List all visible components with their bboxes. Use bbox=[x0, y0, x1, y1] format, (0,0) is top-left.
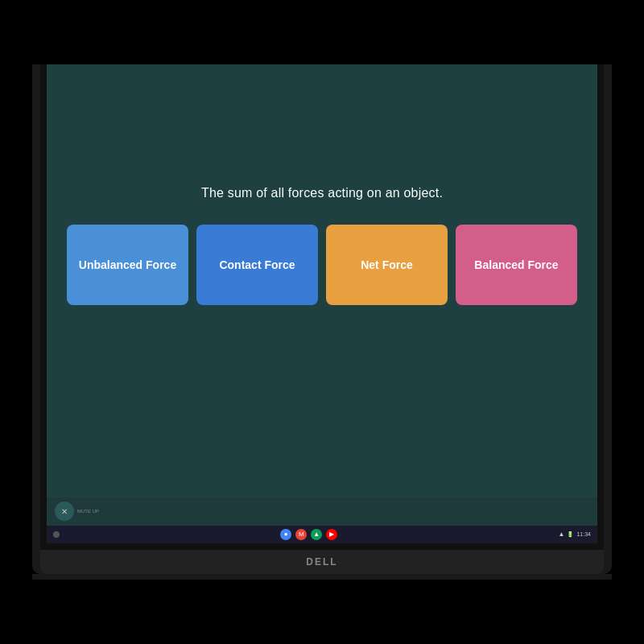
answer-label-contact: Contact Force bbox=[219, 258, 295, 271]
answer-label-net: Net Force bbox=[361, 258, 413, 271]
system-time: 11:34 bbox=[576, 531, 591, 537]
taskbar-icons: ● M ▲ ▶ bbox=[280, 529, 337, 540]
taskbar-right: ▲ 🔋 11:34 bbox=[559, 530, 591, 538]
answer-grid: Unbalanced Force Contact Force Net Force… bbox=[63, 225, 581, 305]
screen: ◀ ▶ ↻ quiziz.com/join/game/U2FsdGVkX19f7… bbox=[47, 0, 597, 543]
mute-button[interactable]: ✕ bbox=[55, 502, 74, 521]
battery-icon: 🔋 bbox=[567, 531, 574, 538]
youtube-icon[interactable]: ▶ bbox=[326, 529, 337, 540]
question-text: The sum of all forces acting on an objec… bbox=[201, 186, 443, 200]
mute-label: MUTE UP bbox=[77, 509, 99, 514]
answer-card-contact[interactable]: Contact Force bbox=[196, 225, 318, 305]
answer-label-unbalanced: Unbalanced Force bbox=[79, 258, 176, 271]
answer-label-balanced: Balanced Force bbox=[474, 258, 558, 271]
wifi-icon: ▲ bbox=[559, 530, 565, 538]
answer-card-unbalanced[interactable]: Unbalanced Force bbox=[67, 225, 188, 305]
taskbar: ● M ▲ ▶ ▲ 🔋 11:34 bbox=[47, 526, 597, 543]
gmail-icon[interactable]: M bbox=[295, 529, 307, 540]
taskbar-dot bbox=[53, 531, 60, 538]
dell-logo: DELL bbox=[306, 556, 337, 568]
answer-card-balanced[interactable]: Balanced Force bbox=[456, 225, 577, 305]
drive-icon[interactable]: ▲ bbox=[311, 529, 322, 540]
laptop-outer: ◀ ▶ ↻ quiziz.com/join/game/U2FsdGVkX19f7… bbox=[32, 0, 612, 574]
laptop-container: ◀ ▶ ↻ quiziz.com/join/game/U2FsdGVkX19f7… bbox=[32, 0, 612, 644]
laptop-base: DELL bbox=[40, 550, 604, 574]
chrome-icon[interactable]: ● bbox=[280, 529, 291, 540]
answer-card-net[interactable]: Net Force bbox=[326, 225, 448, 305]
quiz-content: The sum of all forces acting on an objec… bbox=[47, 0, 597, 497]
quiz-bottom-bar: ✕ MUTE UP bbox=[47, 497, 597, 526]
screen-bezel: ◀ ▶ ↻ quiziz.com/join/game/U2FsdGVkX19f7… bbox=[40, 0, 604, 550]
